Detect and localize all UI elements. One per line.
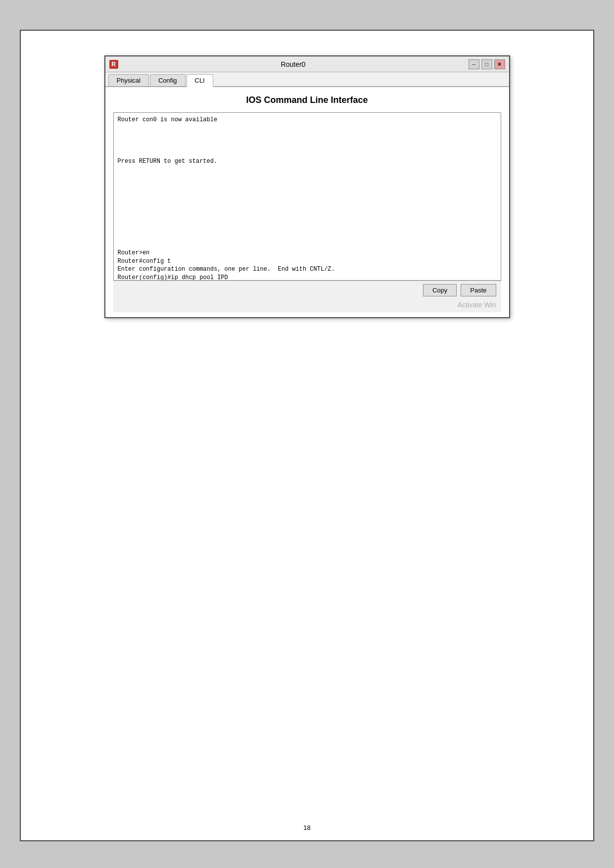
window-title: Router0 — [118, 60, 469, 68]
tab-bar: Physical Config CLI — [105, 72, 509, 87]
activate-windows-text: Activate Win — [458, 301, 496, 309]
tab-cli[interactable]: CLI — [187, 74, 213, 87]
tab-physical[interactable]: Physical — [108, 74, 149, 86]
cli-bottom-bar: Copy Paste — [113, 281, 501, 299]
window-controls: – □ × — [469, 59, 505, 69]
paste-button[interactable]: Paste — [461, 284, 496, 296]
router-window: R Router0 – □ × Physical Config CLI IOS … — [104, 55, 510, 318]
maximize-button[interactable]: □ — [481, 59, 492, 69]
page-number: 18 — [303, 824, 310, 831]
cli-area: IOS Command Line Interface Router con0 i… — [105, 87, 509, 317]
tab-config[interactable]: Config — [150, 74, 186, 86]
copy-button[interactable]: Copy — [423, 284, 457, 296]
page-outer: R Router0 – □ × Physical Config CLI IOS … — [20, 30, 594, 841]
title-bar: R Router0 – □ × — [105, 56, 509, 72]
cli-terminal[interactable]: Router con0 is now available Press RETUR… — [113, 112, 501, 281]
minimize-button[interactable]: – — [469, 59, 479, 69]
cli-heading: IOS Command Line Interface — [113, 92, 501, 108]
router-icon: R — [109, 60, 118, 69]
close-button[interactable]: × — [494, 59, 505, 69]
